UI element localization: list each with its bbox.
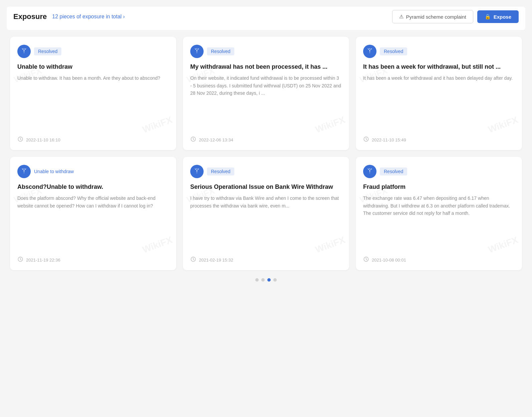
expose-button[interactable]: 🔒 Expose (477, 10, 519, 23)
card-tag: Resolved (380, 167, 407, 175)
card-tag-row: Resolved (190, 45, 342, 58)
warning-icon: ⚠ (399, 14, 404, 20)
card-description: I have try to withdraw via Bank Wire and… (190, 194, 342, 250)
card-date: 2022-11-10 16:10 (26, 137, 60, 142)
exposure-card[interactable]: WikiFXWikiFX ResolvedFraud platformThe e… (356, 157, 522, 270)
exposure-card[interactable]: WikiFXWikiFX Unable to withdrawAbscond?U… (10, 157, 176, 270)
card-footer: 2022-11-10 15:49 (363, 133, 515, 143)
card-date: 2022-11-10 15:49 (372, 137, 406, 142)
card-footer: 2021-11-19 22:36 (17, 253, 169, 264)
exposure-count-link[interactable]: 12 pieces of exposure in total › (52, 14, 124, 20)
complaint-label: Pyramid scheme complaint (406, 14, 466, 20)
svg-point-4 (197, 52, 197, 53)
clock-icon (190, 256, 196, 264)
card-tag-row: Resolved (190, 165, 342, 178)
svg-point-1 (24, 52, 24, 53)
count-text: 12 pieces of exposure in total (52, 14, 121, 20)
clock-icon (17, 136, 23, 143)
exposure-card[interactable]: WikiFXWikiFX ResolvedMy withdrawal has n… (183, 37, 349, 150)
page-title: Exposure (13, 12, 47, 21)
card-date: 2021-02-19 15:32 (199, 258, 233, 263)
clock-icon (363, 136, 369, 143)
exposure-card[interactable]: WikiFXWikiFX ResolvedSerious Operational… (183, 157, 349, 270)
pagination-dot[interactable] (255, 278, 259, 282)
card-tag: Resolved (34, 47, 61, 55)
header-right: ⚠ Pyramid scheme complaint 🔒 Expose (392, 10, 519, 23)
card-description: On their website, it indicated fund with… (190, 74, 342, 129)
card-tag: Resolved (207, 167, 234, 175)
card-title: Fraud platform (363, 183, 515, 191)
card-title: It has been a week for withdrawal, but s… (363, 63, 515, 71)
card-footer: 2021-10-08 00:01 (363, 253, 515, 264)
svg-point-16 (369, 172, 370, 173)
pagination-dot[interactable] (267, 278, 271, 282)
exposure-icon (363, 165, 376, 178)
exposure-card[interactable]: WikiFXWikiFX ResolvedIt has been a week … (356, 37, 522, 150)
clock-icon (190, 136, 196, 143)
card-tag-row: Resolved (17, 45, 169, 58)
exposure-icon (17, 165, 31, 178)
svg-point-13 (197, 172, 197, 173)
exposure-card[interactable]: WikiFXWikiFX ResolvedUnable to withdrawU… (10, 37, 176, 150)
pagination (7, 270, 525, 285)
card-date: 2021-10-08 00:01 (372, 258, 406, 263)
exposure-icon (363, 45, 376, 58)
card-description: The exchange rate was 6.47 when depositi… (363, 194, 515, 250)
lock-icon: 🔒 (485, 14, 491, 20)
card-footer: 2022-11-10 16:10 (17, 133, 169, 143)
card-description: Does the platform abscond? Why the offic… (17, 194, 169, 250)
cards-grid: WikiFXWikiFX ResolvedUnable to withdrawU… (7, 37, 525, 270)
card-tag-row: Resolved (363, 165, 515, 178)
card-description: Unable to withdraw. It has been a month.… (17, 74, 169, 129)
complaint-button[interactable]: ⚠ Pyramid scheme complaint (392, 10, 473, 23)
chevron-icon: › (123, 14, 124, 20)
card-tag: Resolved (207, 47, 234, 55)
card-tag-row: Resolved (363, 45, 515, 58)
exposure-icon (190, 45, 204, 58)
svg-point-7 (369, 52, 370, 53)
card-title: Abscond?Unable to withdraw. (17, 183, 169, 191)
expose-label: Expose (494, 14, 511, 20)
pagination-dot[interactable] (273, 278, 277, 282)
card-date: 2022-12-06 13:34 (199, 137, 233, 142)
exposure-icon (190, 165, 204, 178)
card-tag-row: Unable to withdraw (17, 165, 169, 178)
svg-point-10 (24, 172, 24, 173)
pagination-dot[interactable] (261, 278, 265, 282)
card-footer: 2022-12-06 13:34 (190, 133, 342, 143)
card-date: 2021-11-19 22:36 (26, 258, 60, 263)
clock-icon (17, 256, 23, 264)
card-tag: Resolved (380, 47, 407, 55)
card-title: Unable to withdraw (17, 63, 169, 71)
card-title: My withdrawal has not been processed, it… (190, 63, 342, 71)
header-left: Exposure 12 pieces of exposure in total … (13, 12, 125, 21)
page-header: Exposure 12 pieces of exposure in total … (7, 7, 525, 30)
card-title: Serious Operational Issue on Bank Wire W… (190, 183, 342, 191)
exposure-icon (17, 45, 31, 58)
card-description: It has been a week for withdrawal and it… (363, 74, 515, 129)
card-tag: Unable to withdraw (34, 167, 74, 175)
clock-icon (363, 256, 369, 264)
card-footer: 2021-02-19 15:32 (190, 253, 342, 264)
